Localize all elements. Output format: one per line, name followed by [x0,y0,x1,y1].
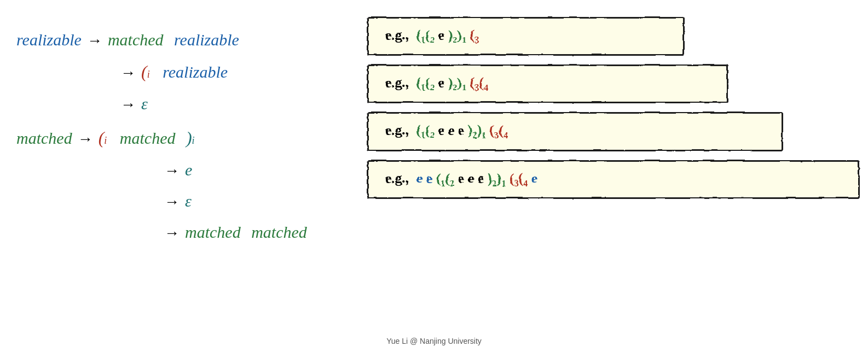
example-label-1: e.g., [385,27,413,43]
example-box-3: e.g., (1(2 e e e )2)1 (3(4 [367,112,783,150]
rhs-matched-4: matched [120,126,176,150]
footer: Yue Li @ Nanjing University [386,337,482,345]
rhs-realizable-2: realizable [163,60,228,84]
grammar-rule-2: → ( i realizable [115,58,345,85]
grammar-rule-3: → ε [115,91,345,116]
rhs-close-paren-4: ) [186,125,192,151]
arrow-5: → [164,159,180,182]
arrow-2: → [120,61,136,84]
example-box-4: e.g., e e (1(2 e e e )2)1 (3(4 e [367,160,859,198]
rhs-e-5: e [185,157,192,182]
main-container: realizable → matched realizable → ( i re… [0,0,868,352]
example-label-2: e.g., [385,74,413,90]
arrow-4: → [78,127,93,150]
grammar-section: realizable → matched realizable → ( i re… [16,11,345,251]
rhs-sub-i-4: i [104,133,107,148]
rhs-matched-7b: matched [251,220,307,244]
grammar-rule-4: matched → ( i matched ) i [16,125,345,151]
arrow-3: → [120,93,136,116]
examples-section: e.g., (1(2 e )2)1 (3 e.g., (1(2 e )2)1 (… [345,11,859,203]
example-label-4: e.g., [385,170,413,186]
example-label-3: e.g., [385,122,413,138]
arrow-1: → [87,29,102,52]
grammar-rule-6: → ε [159,189,345,213]
arrow-7: → [164,221,180,244]
rhs-matched-1: matched [108,27,164,52]
arrow-6: → [164,190,180,213]
grammar-rule-7: → matched matched [159,220,345,244]
example-box-2: e.g., (1(2 e )2)1 (3(4 [367,64,728,103]
example-box-1: e.g., (1(2 e )2)1 (3 [367,16,684,55]
rhs-open-paren-2: ( [141,58,147,85]
rhs-epsilon-6: ε [185,189,192,213]
grammar-rule-1: realizable → matched realizable [16,27,345,52]
lhs-matched-4: matched [16,126,72,150]
lhs-realizable-1: realizable [16,27,82,52]
footer-text: Yue Li @ Nanjing University [386,337,482,345]
rhs-sub-i-close-4: i [192,133,195,148]
rhs-realizable-1: realizable [174,27,239,52]
grammar-rule-5: → e [159,157,345,182]
rhs-subscript-i-2: i [147,67,150,82]
rhs-matched-7a: matched [185,220,241,244]
rhs-epsilon-3: ε [141,91,148,116]
rhs-open-paren-4: ( [99,125,105,151]
